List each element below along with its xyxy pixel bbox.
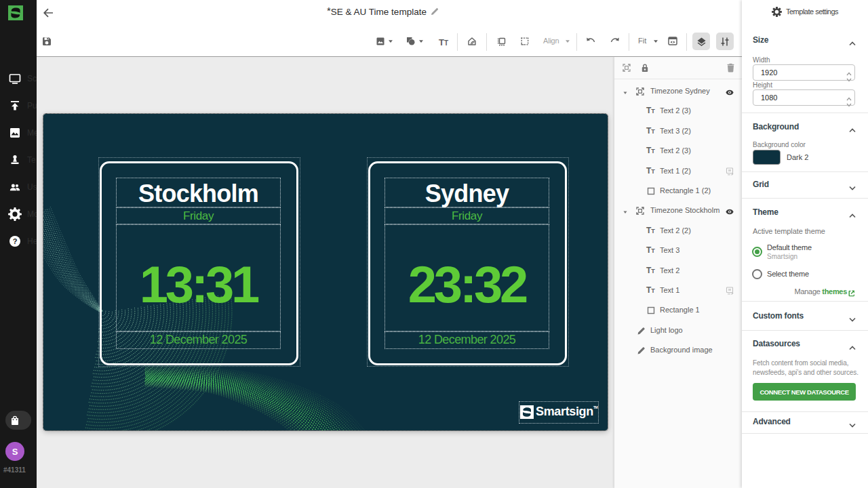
- svg-text:?: ?: [13, 237, 18, 245]
